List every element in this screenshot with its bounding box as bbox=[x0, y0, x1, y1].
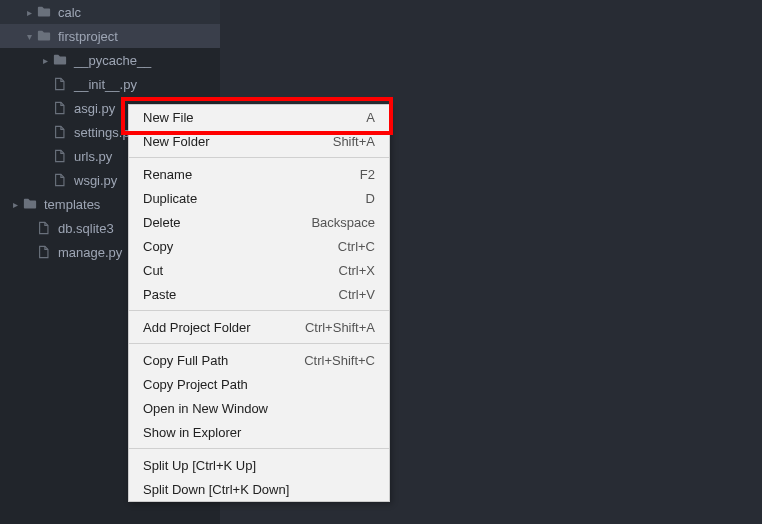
menu-item-label: New File bbox=[143, 110, 194, 125]
menu-separator bbox=[129, 448, 389, 449]
menu-item-label: Copy Full Path bbox=[143, 353, 228, 368]
tree-item-label: templates bbox=[44, 197, 100, 212]
file-icon bbox=[52, 149, 68, 163]
tree-item-label: urls.py bbox=[74, 149, 112, 164]
menu-item-copy-project-path[interactable]: Copy Project Path bbox=[129, 372, 389, 396]
folder-icon bbox=[36, 29, 52, 43]
menu-item-new-file[interactable]: New FileA bbox=[129, 105, 389, 129]
menu-item-show-in-explorer[interactable]: Show in Explorer bbox=[129, 420, 389, 444]
menu-item-label: Delete bbox=[143, 215, 181, 230]
menu-item-label: Rename bbox=[143, 167, 192, 182]
menu-item-shortcut: D bbox=[366, 191, 375, 206]
menu-item-shortcut: Shift+A bbox=[333, 134, 375, 149]
menu-item-shortcut: A bbox=[366, 110, 375, 125]
tree-item-label: wsgi.py bbox=[74, 173, 117, 188]
menu-item-label: Add Project Folder bbox=[143, 320, 251, 335]
menu-item-copy[interactable]: CopyCtrl+C bbox=[129, 234, 389, 258]
menu-item-shortcut: Ctrl+Shift+C bbox=[304, 353, 375, 368]
menu-item-label: Copy Project Path bbox=[143, 377, 248, 392]
menu-item-split-down-ctrl-k-down[interactable]: Split Down [Ctrl+K Down] bbox=[129, 477, 389, 501]
tree-item-label: firstproject bbox=[58, 29, 118, 44]
menu-item-label: Show in Explorer bbox=[143, 425, 241, 440]
folder-icon bbox=[36, 5, 52, 19]
chevron-right-icon[interactable] bbox=[10, 199, 20, 210]
file-icon bbox=[52, 125, 68, 139]
tree-item--init-py[interactable]: __init__.py bbox=[0, 72, 220, 96]
menu-item-shortcut: Ctrl+Shift+A bbox=[305, 320, 375, 335]
tree-item-label: calc bbox=[58, 5, 81, 20]
tree-item--pycache-[interactable]: __pycache__ bbox=[0, 48, 220, 72]
chevron-down-icon[interactable] bbox=[24, 31, 34, 42]
menu-item-shortcut: Ctrl+V bbox=[339, 287, 375, 302]
menu-item-label: New Folder bbox=[143, 134, 209, 149]
menu-item-label: Open in New Window bbox=[143, 401, 268, 416]
menu-item-label: Split Down [Ctrl+K Down] bbox=[143, 482, 289, 497]
folder-icon bbox=[52, 53, 68, 67]
chevron-right-icon[interactable] bbox=[40, 55, 50, 66]
file-icon bbox=[52, 101, 68, 115]
menu-item-shortcut: F2 bbox=[360, 167, 375, 182]
file-icon bbox=[36, 221, 52, 235]
menu-item-shortcut: Ctrl+C bbox=[338, 239, 375, 254]
menu-item-label: Split Up [Ctrl+K Up] bbox=[143, 458, 256, 473]
menu-item-paste[interactable]: PasteCtrl+V bbox=[129, 282, 389, 306]
menu-item-shortcut: Ctrl+X bbox=[339, 263, 375, 278]
file-icon bbox=[52, 173, 68, 187]
menu-item-open-in-new-window[interactable]: Open in New Window bbox=[129, 396, 389, 420]
menu-separator bbox=[129, 310, 389, 311]
menu-item-label: Duplicate bbox=[143, 191, 197, 206]
file-icon bbox=[52, 77, 68, 91]
folder-icon bbox=[22, 197, 38, 211]
menu-item-label: Paste bbox=[143, 287, 176, 302]
tree-item-label: db.sqlite3 bbox=[58, 221, 114, 236]
tree-item-label: settings.py bbox=[74, 125, 136, 140]
menu-item-label: Copy bbox=[143, 239, 173, 254]
menu-item-delete[interactable]: DeleteBackspace bbox=[129, 210, 389, 234]
tree-item-label: __pycache__ bbox=[74, 53, 151, 68]
menu-item-rename[interactable]: RenameF2 bbox=[129, 162, 389, 186]
context-menu: New FileANew FolderShift+ARenameF2Duplic… bbox=[128, 104, 390, 502]
tree-item-label: manage.py bbox=[58, 245, 122, 260]
menu-item-cut[interactable]: CutCtrl+X bbox=[129, 258, 389, 282]
menu-item-copy-full-path[interactable]: Copy Full PathCtrl+Shift+C bbox=[129, 348, 389, 372]
chevron-right-icon[interactable] bbox=[24, 7, 34, 18]
menu-separator bbox=[129, 157, 389, 158]
menu-item-duplicate[interactable]: DuplicateD bbox=[129, 186, 389, 210]
menu-item-new-folder[interactable]: New FolderShift+A bbox=[129, 129, 389, 153]
menu-item-shortcut: Backspace bbox=[311, 215, 375, 230]
menu-item-label: Cut bbox=[143, 263, 163, 278]
file-icon bbox=[36, 245, 52, 259]
menu-item-split-up-ctrl-k-up[interactable]: Split Up [Ctrl+K Up] bbox=[129, 453, 389, 477]
tree-item-label: __init__.py bbox=[74, 77, 137, 92]
tree-item-calc[interactable]: calc bbox=[0, 0, 220, 24]
tree-item-label: asgi.py bbox=[74, 101, 115, 116]
tree-item-firstproject[interactable]: firstproject bbox=[0, 24, 220, 48]
menu-item-add-project-folder[interactable]: Add Project FolderCtrl+Shift+A bbox=[129, 315, 389, 339]
menu-separator bbox=[129, 343, 389, 344]
